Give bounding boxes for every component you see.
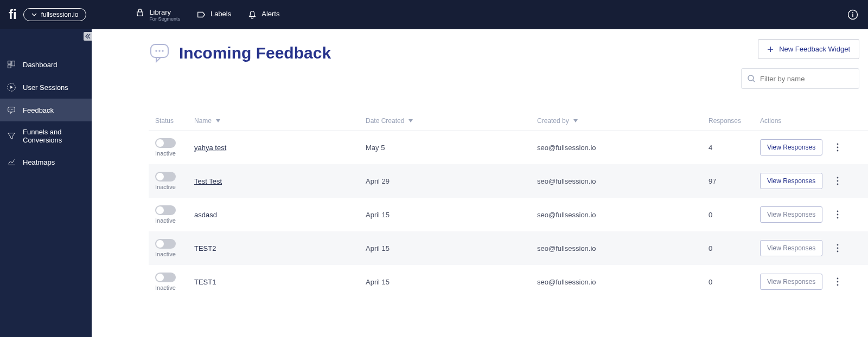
more-vertical-icon — [837, 210, 839, 219]
target-play-icon — [7, 82, 16, 92]
row-more-button[interactable] — [833, 140, 842, 155]
svg-point-21 — [837, 184, 839, 185]
view-responses-button[interactable]: View Responses — [760, 139, 822, 155]
created-by-cell: seo@fullsession.io — [537, 278, 709, 286]
status-toggle[interactable] — [155, 138, 176, 148]
feedback-name-link[interactable]: yahya test — [194, 144, 366, 152]
view-responses-button[interactable]: View Responses — [760, 274, 822, 290]
status-toggle[interactable] — [155, 172, 176, 182]
new-feedback-widget-button[interactable]: New Feedback Widget — [758, 39, 859, 59]
status-cell: Inactive — [155, 273, 194, 291]
col-header-name[interactable]: Name — [194, 117, 366, 125]
nav-library-label: Library — [149, 8, 180, 16]
date-created-cell: April 15 — [366, 244, 537, 252]
status-text: Inactive — [155, 251, 176, 257]
nav-alerts[interactable]: Alerts — [247, 10, 279, 20]
feedback-bubble-icon — [149, 42, 170, 64]
bell-icon — [247, 10, 257, 20]
svg-point-13 — [158, 50, 160, 51]
date-created-cell: April 29 — [366, 177, 537, 185]
col-header-status: Status — [155, 117, 194, 125]
status-text: Inactive — [155, 150, 176, 157]
info-button[interactable] — [847, 9, 858, 20]
feedback-name-link: TEST1 — [194, 278, 366, 286]
info-icon — [847, 9, 858, 20]
toggle-knob — [156, 274, 164, 281]
row-more-button[interactable] — [833, 241, 842, 256]
col-header-createdby[interactable]: Created by — [537, 117, 709, 125]
table-header-row: Status Name Date Created Created by Resp… — [149, 112, 868, 131]
row-more-button[interactable] — [833, 173, 842, 189]
dashboard-icon — [7, 60, 16, 69]
date-created-cell: April 15 — [366, 211, 537, 219]
brand-logo: fi — [9, 7, 17, 22]
sort-desc-icon — [216, 119, 220, 122]
status-cell: Inactive — [155, 172, 194, 190]
filter-by-name-field[interactable] — [741, 68, 859, 89]
sidebar-item-label-line2: Conversions — [23, 136, 62, 144]
table-row: InactiveTEST2April 15seo@fullsession.io0… — [149, 231, 868, 265]
actions-cell: View Responses — [760, 206, 861, 223]
svg-point-17 — [837, 147, 839, 148]
nav-labels[interactable]: Labels — [196, 10, 231, 20]
filter-input[interactable] — [760, 75, 853, 83]
svg-point-25 — [837, 244, 839, 246]
created-by-cell: seo@fullsession.io — [537, 211, 709, 219]
sidebar-item-funnels[interactable]: Funnels and Conversions — [0, 121, 92, 151]
date-created-cell: April 15 — [366, 278, 537, 286]
status-toggle[interactable] — [155, 239, 176, 249]
svg-rect-3 — [8, 61, 11, 64]
status-text: Inactive — [155, 284, 176, 291]
status-text: Inactive — [155, 217, 176, 224]
table-row: InactiveasdasdApril 15seo@fullsession.io… — [149, 198, 868, 231]
svg-rect-2 — [852, 14, 853, 17]
row-more-button[interactable] — [833, 207, 842, 222]
status-toggle[interactable] — [155, 205, 176, 215]
actions-cell: View Responses — [760, 274, 861, 290]
status-text: Inactive — [155, 184, 176, 190]
responses-cell: 4 — [709, 144, 760, 152]
col-header-name-label: Name — [194, 117, 212, 125]
svg-point-10 — [12, 109, 13, 109]
nav-library[interactable]: Library For Segments — [135, 8, 180, 22]
status-toggle[interactable] — [155, 273, 176, 282]
sidebar-item-user-sessions[interactable]: User Sessions — [0, 76, 92, 99]
col-header-date[interactable]: Date Created — [366, 117, 537, 125]
more-vertical-icon — [837, 244, 839, 252]
svg-point-15 — [748, 75, 754, 81]
page-title: Incoming Feedback — [179, 44, 331, 62]
sort-desc-icon — [573, 119, 578, 122]
col-header-actions: Actions — [760, 117, 861, 125]
row-more-button[interactable] — [833, 274, 842, 289]
search-icon — [747, 74, 756, 83]
svg-point-19 — [837, 177, 839, 179]
sidebar-item-label: Heatmaps — [23, 158, 55, 166]
label-icon — [196, 10, 206, 20]
sidebar-collapse-button[interactable] — [84, 32, 92, 41]
sidebar-item-feedback[interactable]: Feedback — [0, 99, 92, 121]
view-responses-button[interactable]: View Responses — [760, 206, 822, 223]
sidebar-item-label: User Sessions — [23, 83, 68, 92]
toggle-knob — [156, 139, 164, 147]
status-cell: Inactive — [155, 239, 194, 257]
chevron-left-double-icon — [85, 33, 91, 40]
sidebar-item-label: Feedback — [23, 106, 54, 114]
actions-cell: View Responses — [760, 173, 861, 189]
created-by-cell: seo@fullsession.io — [537, 244, 709, 252]
site-selector[interactable]: fullsession.io — [23, 8, 87, 21]
svg-point-27 — [837, 251, 839, 252]
toggle-knob — [156, 240, 164, 248]
sidebar-item-dashboard[interactable]: Dashboard — [0, 53, 92, 76]
svg-point-9 — [11, 109, 11, 109]
created-by-cell: seo@fullsession.io — [537, 177, 709, 185]
view-responses-button[interactable]: View Responses — [760, 173, 822, 189]
sidebar-item-heatmaps[interactable]: Heatmaps — [0, 151, 92, 173]
more-vertical-icon — [837, 177, 839, 185]
new-widget-button-label: New Feedback Widget — [779, 45, 850, 53]
view-responses-button[interactable]: View Responses — [760, 240, 822, 256]
svg-point-1 — [852, 12, 853, 13]
nav-library-sublabel: For Segments — [149, 16, 180, 22]
svg-point-29 — [837, 281, 839, 283]
feedback-name-link[interactable]: Test Test — [194, 177, 366, 185]
svg-point-22 — [837, 211, 839, 212]
